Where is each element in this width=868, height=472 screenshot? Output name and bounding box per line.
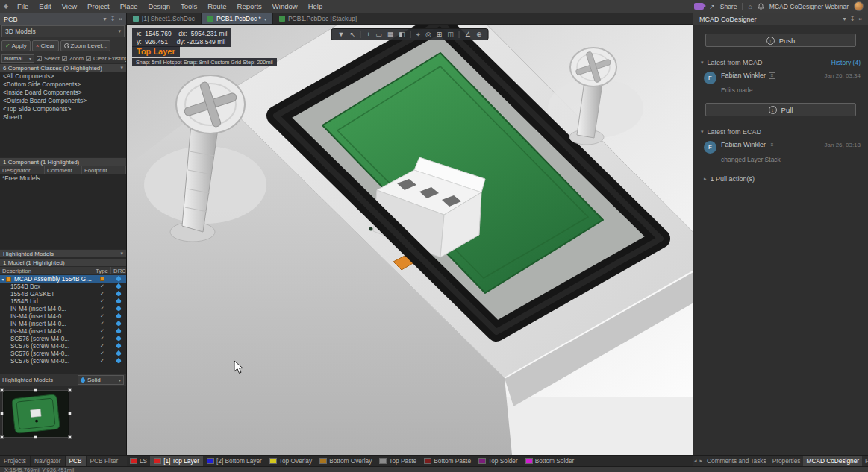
- list-item[interactable]: <Outside Board Components>: [0, 97, 126, 105]
- clear-existing-checkbox[interactable]: [86, 56, 91, 61]
- menu-design[interactable]: Design: [143, 0, 175, 13]
- layer-tab-bottom-paste[interactable]: Bottom Paste: [420, 456, 475, 467]
- panels-icon[interactable]: ◫: [447, 31, 454, 38]
- normal-select[interactable]: Normal ▾: [1, 54, 34, 63]
- area-select-icon[interactable]: ▭: [375, 31, 382, 38]
- menu-view[interactable]: View: [57, 0, 82, 13]
- panel-tab-comments[interactable]: Comments and Tasks: [704, 456, 769, 467]
- panel-tab-navigator[interactable]: Navigator: [31, 456, 66, 467]
- model-row[interactable]: 1554B Lid✓: [0, 298, 126, 305]
- panel-menu-icon[interactable]: ▾: [843, 16, 846, 22]
- apply-button[interactable]: ✓ Apply: [1, 40, 31, 51]
- close-icon[interactable]: ×: [858, 16, 862, 22]
- pin-icon[interactable]: ↧: [850, 16, 855, 22]
- model-row[interactable]: IN-M4 (insert M4-0...✓: [0, 312, 126, 320]
- panel-mode-select[interactable]: 3D Models ▾: [1, 25, 125, 37]
- layer-set-selector[interactable]: LS: [127, 457, 150, 465]
- selection-filter-icon[interactable]: ▼: [338, 31, 345, 38]
- close-icon[interactable]: ×: [119, 16, 122, 22]
- model-row[interactable]: IN-M4 (insert M4-0...✓: [0, 327, 126, 335]
- layer-tab-bottom-solder[interactable]: Bottom Solder: [522, 456, 578, 467]
- measure-icon[interactable]: ∠: [465, 31, 471, 38]
- video-icon[interactable]: [694, 3, 704, 10]
- model-row[interactable]: IN-M4 (insert M4-0...✓: [0, 305, 126, 312]
- model-row[interactable]: 1554B Box✓: [0, 283, 126, 290]
- share-icon[interactable]: ↗: [709, 3, 715, 10]
- resize-handle[interactable]: [0, 388, 4, 392]
- mcad-history-entry[interactable]: F Fabian Winkler ≡ Jan 26, 03:34: [693, 66, 868, 84]
- share-button[interactable]: Share: [720, 3, 737, 10]
- layer-tab-bottom-overlay[interactable]: Bottom Overlay: [316, 456, 375, 467]
- menu-project[interactable]: Project: [82, 0, 115, 13]
- layer-tab-top-layer[interactable]: [1] Top Layer: [150, 456, 203, 467]
- list-item[interactable]: <Top Side Components>: [0, 105, 126, 113]
- pin-icon[interactable]: ↧: [110, 16, 116, 22]
- pcb-3d-viewport[interactable]: x: 1545.769 dx: -5954.231 mil y: 926.451…: [127, 25, 693, 455]
- pull-actions-row[interactable]: ▸ 1 Pull action(s): [693, 175, 868, 183]
- origin-icon[interactable]: ⌖: [416, 31, 420, 39]
- resize-handle[interactable]: [34, 388, 37, 392]
- model-preview-thumbnail[interactable]: [2, 390, 69, 438]
- history-link[interactable]: History (4): [831, 59, 861, 66]
- ecad-history-entry[interactable]: F Fabian Winkler ≡ Jan 26, 03:18: [693, 136, 868, 154]
- menu-file[interactable]: File: [12, 0, 34, 13]
- chevron-down-icon[interactable]: ▾: [120, 251, 123, 257]
- menu-edit[interactable]: Edit: [34, 0, 56, 13]
- panel-menu-icon[interactable]: ▾: [104, 16, 107, 22]
- split-view-icon[interactable]: ◧: [399, 31, 405, 38]
- select-checkbox[interactable]: [37, 56, 42, 61]
- model-preview[interactable]: [0, 386, 126, 455]
- table-row[interactable]: *Free Models: [0, 174, 126, 183]
- cursor-icon[interactable]: ↖: [349, 31, 355, 38]
- grid-icon[interactable]: ▦: [387, 31, 394, 38]
- menu-help[interactable]: Help: [303, 0, 328, 13]
- user-avatar[interactable]: [854, 1, 864, 11]
- panel-tab-mcad-codesigner[interactable]: MCAD CoDesigner: [803, 456, 862, 467]
- display-mode-select[interactable]: Solid ▾: [78, 375, 124, 385]
- resize-handle[interactable]: [68, 435, 72, 439]
- scroll-left-icon[interactable]: ◂: [693, 458, 699, 464]
- zoom-checkbox[interactable]: [62, 56, 67, 61]
- insert-icon[interactable]: ⊕: [476, 31, 482, 38]
- panel-tab-pcb-3d[interactable]: PCB 3D M: [862, 456, 868, 467]
- menu-window[interactable]: Window: [267, 0, 303, 13]
- model-row[interactable]: SC576 (screw M4-0...✓: [0, 335, 126, 342]
- model-row[interactable]: SC576 (screw M4-0...✓: [0, 357, 126, 365]
- layer-tab-bottom-layer[interactable]: [2] Bottom Layer: [203, 456, 266, 467]
- tab-pcb1-pcbdoc[interactable]: PCB1.PcbDoc * ▾: [202, 13, 273, 24]
- layer-tab-top-overlay[interactable]: Top Overlay: [266, 456, 316, 467]
- chevron-down-icon[interactable]: ▾: [120, 65, 123, 71]
- zoom-level-button[interactable]: Zoom Level...: [60, 40, 110, 51]
- list-item[interactable]: <Inside Board Components>: [0, 89, 126, 97]
- resize-handle[interactable]: [0, 412, 4, 415]
- model-row-selected[interactable]: ▾ MCAD Assembly 1554B Generic Mode: [0, 275, 126, 283]
- clear-button[interactable]: × Clear: [32, 40, 59, 51]
- pull-button[interactable]: ↓ Pull: [705, 103, 856, 116]
- tab-pcb1-stackup[interactable]: PCB1.PcbDoc [Stackup]: [273, 13, 363, 24]
- panel-tab-pcb[interactable]: PCB: [66, 456, 87, 467]
- resize-handle[interactable]: [34, 435, 37, 439]
- panel-tab-pcb-filter[interactable]: PCB Filter: [87, 456, 123, 467]
- menu-route[interactable]: Route: [202, 0, 231, 13]
- layout-icon[interactable]: ⊞: [437, 31, 443, 38]
- panel-tab-properties[interactable]: Properties: [769, 456, 804, 467]
- resize-handle[interactable]: [68, 388, 72, 392]
- tab-caret-icon[interactable]: ▾: [264, 16, 266, 22]
- 3d-scene[interactable]: [127, 25, 693, 455]
- panel-tab-projects[interactable]: Projects: [0, 456, 31, 467]
- list-item[interactable]: Sheet1: [0, 113, 126, 122]
- resize-handle[interactable]: [0, 435, 4, 439]
- bell-icon[interactable]: [758, 3, 764, 10]
- model-row[interactable]: SC576 (screw M4-0...✓: [0, 342, 126, 350]
- tab-sheet1-schdoc[interactable]: [1] Sheet1.SchDoc: [127, 13, 202, 24]
- menu-reports[interactable]: Reports: [232, 0, 267, 13]
- layer-tab-top-paste[interactable]: Top Paste: [375, 456, 420, 467]
- model-row[interactable]: SC576 (screw M4-0...✓: [0, 350, 126, 357]
- orbit-icon[interactable]: ◎: [425, 31, 431, 38]
- home-icon[interactable]: ⌂: [748, 3, 752, 10]
- menu-place[interactable]: Place: [115, 0, 143, 13]
- push-button[interactable]: ↑ Push: [705, 34, 856, 47]
- zoom-in-icon[interactable]: +: [366, 31, 370, 38]
- model-row[interactable]: 1554B GASKET✓: [0, 290, 126, 298]
- model-row[interactable]: IN-M4 (insert M4-0...✓: [0, 320, 126, 327]
